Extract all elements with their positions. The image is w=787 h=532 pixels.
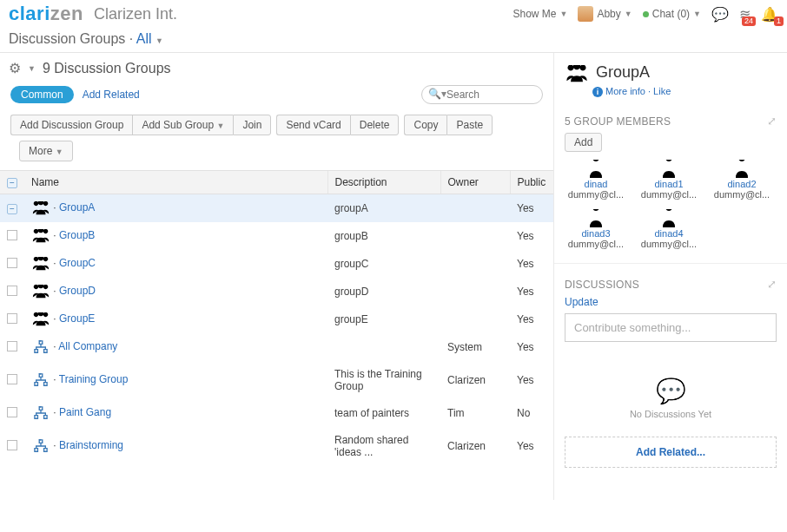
delete-button[interactable]: Delete [350,115,400,135]
group-icon [31,229,50,243]
expand-icon[interactable]: ⤢ [767,115,777,128]
table-row[interactable]: · BrainstormingRandom shared 'ideas ...C… [0,427,553,465]
person-icon [632,208,705,228]
row-owner: System [440,333,510,361]
group-icon [31,340,50,354]
row-public: Yes [510,361,553,399]
user-menu[interactable]: Abby ▼ [578,6,632,22]
member-email: dummy@cl... [559,239,632,249]
table-row[interactable]: · Training GroupThis is the Training Gro… [0,361,553,399]
row-name-link[interactable]: Training Group [59,373,129,385]
collapse-all-icon[interactable]: − [7,178,17,188]
row-owner: Clarizen [440,361,510,399]
panel-title: GroupA [596,63,650,82]
row-owner [440,250,510,278]
gear-icon[interactable]: ⚙ [9,60,21,76]
row-checkbox[interactable] [7,313,17,324]
row-name-link[interactable]: All Company [58,340,117,352]
group-icon [31,257,50,271]
member-name[interactable]: dinad3 [559,228,632,239]
join-button[interactable]: Join [233,115,271,135]
row-name-link[interactable]: GroupB [59,229,95,241]
group-icon [31,285,50,299]
row-name-link[interactable]: GroupE [59,312,95,325]
group-icon [31,201,50,215]
member-name[interactable]: dinad2 [705,179,778,189]
paste-button[interactable]: Paste [446,115,493,135]
member-card[interactable]: dinad4dummy@cl... [632,208,705,249]
row-description [327,333,440,361]
member-card[interactable]: dinaddummy@cl... [559,159,632,200]
add-related-button[interactable]: Add Related... [565,437,777,468]
row-checkbox[interactable] [7,286,17,296]
row-description: team of painters [327,399,440,427]
logo[interactable]: clarizen [9,3,83,25]
speech-bubble-icon: 💬 [554,377,787,405]
chat-menu[interactable]: Chat (0) ▼ [643,8,701,20]
group-icon [31,373,50,387]
col-name[interactable]: Name [24,171,327,194]
member-card[interactable]: dinad3dummy@cl... [559,208,632,249]
expand-icon[interactable]: ⤢ [767,278,777,291]
col-owner[interactable]: Owner [440,171,510,194]
speech-icon[interactable]: 💬 [711,6,729,23]
row-description: Random shared 'ideas ... [327,427,440,465]
col-description[interactable]: Description [327,171,440,194]
row-checkbox[interactable] [7,341,17,351]
row-public: Yes [510,250,553,278]
show-me-menu[interactable]: Show Me ▼ [513,8,567,20]
add-related-link[interactable]: Add Related [83,89,140,101]
member-name[interactable]: dinad [559,179,632,189]
add-sub-group-button[interactable]: Add Sub Group ▼ [132,115,233,135]
row-description: This is the Training Group [327,361,440,399]
more-info-link[interactable]: More info [605,86,645,96]
row-name-link[interactable]: GroupA [59,201,95,213]
row-checkbox[interactable] [7,440,17,450]
members-header: 5 GROUP MEMBERS [565,115,671,128]
table-row[interactable]: · GroupCgroupCYes [0,250,553,278]
row-checkbox[interactable] [7,374,17,384]
table-row[interactable]: − · GroupAgroupAYes [0,194,553,223]
row-owner [440,222,510,250]
update-link[interactable]: Update [554,296,787,308]
row-description: groupC [327,250,440,278]
table-row[interactable]: · Paint Gangteam of paintersTimNo [0,399,553,427]
no-discussions-text: No Discussions Yet [554,409,787,419]
member-card[interactable]: dinad1dummy@cl... [632,159,705,200]
add-discussion-group-button[interactable]: Add Discussion Group [10,115,132,135]
table-row[interactable]: · GroupBgroupBYes [0,222,553,250]
row-name-link[interactable]: GroupC [59,257,96,269]
member-card[interactable]: dinad2dummy@cl... [705,159,778,200]
row-checkbox[interactable] [7,258,17,268]
table-row[interactable]: · GroupDgroupDYes [0,278,553,305]
row-public: Yes [510,222,553,250]
row-checkbox[interactable] [7,230,17,240]
row-description: groupA [327,194,440,223]
member-name[interactable]: dinad4 [632,228,705,239]
row-checkbox[interactable] [7,407,17,417]
add-member-button[interactable]: Add [565,133,602,152]
row-name-link[interactable]: GroupD [59,285,96,297]
copy-button[interactable]: Copy [404,115,446,135]
send-vcard-button[interactable]: Send vCard [276,115,349,135]
row-owner: Tim [440,399,510,427]
bell-icon[interactable]: 🔔1 [761,6,778,23]
row-name-link[interactable]: Brainstorming [59,439,123,451]
row-name-link[interactable]: Paint Gang [59,406,111,418]
member-name[interactable]: dinad1 [632,179,705,189]
like-link[interactable]: Like [653,86,671,96]
tree-collapse-icon[interactable]: − [7,204,17,214]
contribute-input[interactable]: Contribute something... [565,313,777,342]
table-row[interactable]: · All CompanySystemYes [0,333,553,361]
discussions-header: DISCUSSIONS [565,279,639,291]
presence-dot [643,11,649,17]
breadcrumb: Discussion Groups · All ▼ [0,30,787,53]
more-button[interactable]: More ▼ [19,141,73,161]
row-public: No [510,399,553,427]
row-description: groupE [327,305,440,333]
col-public[interactable]: Public [510,171,553,194]
filter-all[interactable]: All ▼ [136,31,163,46]
tab-common[interactable]: Common [10,86,74,103]
table-row[interactable]: · GroupEgroupEYes [0,305,553,333]
flag-icon[interactable]: ≋24 [739,6,751,23]
